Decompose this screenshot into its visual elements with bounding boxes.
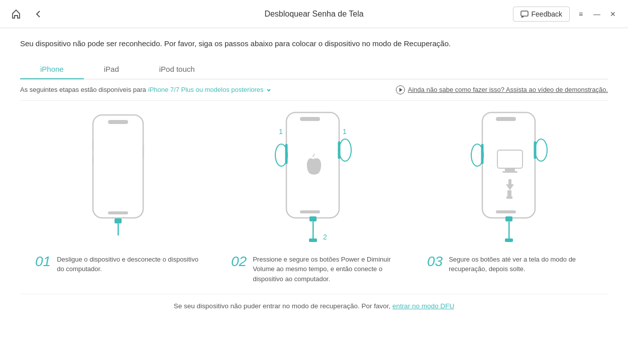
step1-phone-illustration xyxy=(78,110,158,235)
step3-text: Segure os botões até ver a tela do modo … xyxy=(449,255,593,274)
minimize-button[interactable]: — xyxy=(590,7,604,21)
window-controls: ≡ — ✕ xyxy=(574,7,620,21)
svg-text:1: 1 xyxy=(343,128,347,136)
svg-rect-38 xyxy=(505,238,513,242)
svg-rect-34 xyxy=(507,190,511,196)
svg-rect-35 xyxy=(506,196,512,199)
step2-text: Pressione e segure os botões Power e Dim… xyxy=(253,255,397,284)
model-prefix: As seguintes etapas estão disponíveis pa… xyxy=(20,86,146,93)
svg-rect-36 xyxy=(505,216,512,221)
svg-rect-37 xyxy=(508,221,510,240)
steps-container: 01 Desligue o dispositivo e desconecte o… xyxy=(20,105,608,284)
svg-rect-24 xyxy=(496,117,516,121)
step3-phone-illustration xyxy=(455,105,565,251)
svg-rect-0 xyxy=(521,11,528,16)
svg-rect-25 xyxy=(496,210,516,213)
step-1: 01 Desligue o dispositivo e desconecte o… xyxy=(20,105,216,274)
tab-ipad[interactable]: iPad xyxy=(84,60,139,79)
feedback-label: Feedback xyxy=(532,10,562,18)
close-button[interactable]: ✕ xyxy=(606,7,620,21)
tab-iphone[interactable]: iPhone xyxy=(20,60,84,79)
svg-rect-7 xyxy=(115,218,122,223)
svg-rect-21 xyxy=(309,238,317,242)
step3-desc: 03 Segure os botões até ver a tela do mo… xyxy=(422,255,598,274)
nav-buttons xyxy=(8,6,46,22)
svg-rect-19 xyxy=(309,216,317,221)
model-link[interactable]: iPhone 7/7 Plus ou modelos posteriores xyxy=(148,86,272,93)
dfu-link[interactable]: entrar no modo DFU xyxy=(392,302,454,310)
svg-point-16 xyxy=(339,139,351,161)
model-info: As seguintes etapas estão disponíveis pa… xyxy=(20,86,272,93)
menu-button[interactable]: ≡ xyxy=(574,7,588,21)
step-2: 1 1 2 02 xyxy=(216,105,412,284)
footer: Se seu dispositivo não puder entrar no m… xyxy=(20,294,608,310)
svg-text:1: 1 xyxy=(279,128,283,136)
svg-rect-2 xyxy=(108,120,128,124)
step1-desc: 01 Desligue o dispositivo e desconecte o… xyxy=(30,255,206,274)
step3-number: 03 xyxy=(427,255,443,269)
play-icon xyxy=(396,85,405,94)
feedback-button[interactable]: Feedback xyxy=(513,7,570,22)
svg-rect-8 xyxy=(118,223,119,235)
svg-rect-30 xyxy=(497,150,522,168)
svg-rect-31 xyxy=(505,168,515,171)
svg-marker-33 xyxy=(506,179,514,190)
step2-desc: 02 Pressione e segure os botões Power e … xyxy=(226,255,402,284)
titlebar-right: Feedback ≡ — ✕ xyxy=(513,7,620,22)
titlebar: Desbloquear Senha de Tela Feedback ≡ — ✕ xyxy=(0,0,628,28)
svg-rect-23 xyxy=(482,112,535,218)
step1-text: Desligue o dispositivo e desconecte o di… xyxy=(57,255,201,274)
svg-text:2: 2 xyxy=(323,233,327,241)
step-3: 03 Segure os botões até ver a tela do mo… xyxy=(412,105,608,274)
tabs: iPhone iPad iPod touch xyxy=(20,60,608,79)
main-instruction: Seu dispositivo não pode ser reconhecido… xyxy=(20,38,608,50)
sub-info-bar: As seguintes etapas estão disponíveis pa… xyxy=(20,79,608,101)
main-content: Seu dispositivo não pode ser reconhecido… xyxy=(0,28,628,318)
home-button[interactable] xyxy=(8,6,24,22)
svg-rect-11 xyxy=(300,117,320,121)
svg-rect-20 xyxy=(312,221,314,240)
step2-phone-illustration: 1 1 2 xyxy=(259,105,369,251)
svg-rect-32 xyxy=(502,171,517,173)
tab-ipod[interactable]: iPod touch xyxy=(139,60,215,79)
step1-number: 01 xyxy=(35,255,51,269)
video-link[interactable]: Ainda não sabe como fazer isso? Assista … xyxy=(396,85,608,94)
back-button[interactable] xyxy=(30,6,46,22)
svg-rect-1 xyxy=(93,115,143,218)
svg-rect-12 xyxy=(300,210,320,213)
svg-point-29 xyxy=(535,139,547,161)
footer-prefix: Se seu dispositivo não puder entrar no m… xyxy=(174,302,391,310)
window-title: Desbloquear Senha de Tela xyxy=(264,10,363,19)
svg-rect-3 xyxy=(108,211,128,214)
step2-number: 02 xyxy=(231,255,247,269)
